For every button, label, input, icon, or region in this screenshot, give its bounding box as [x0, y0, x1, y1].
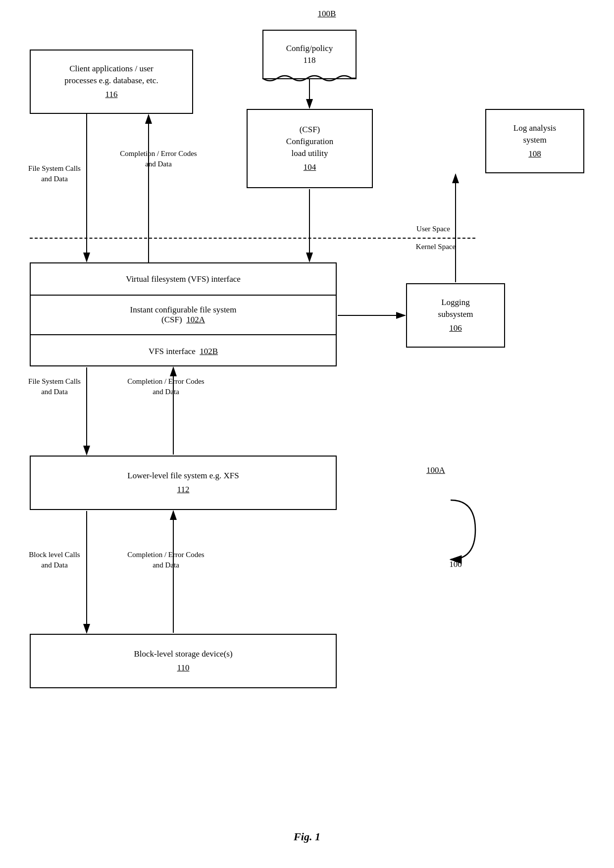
diagram-container: 100B Client applications / userprocesses… — [0, 0, 614, 868]
box-block-storage: Block-level storage device(s) 110 — [30, 634, 337, 688]
dashed-separator — [30, 238, 475, 239]
label-fs-calls-1: File System Callsand Data — [15, 163, 94, 184]
lower-fs-label: Lower-level file system e.g. XFS — [127, 470, 239, 482]
box-lower-fs: Lower-level file system e.g. XFS 112 — [30, 456, 337, 510]
box-client-app: Client applications / userprocesses e.g.… — [30, 50, 193, 114]
log-analysis-number: 108 — [528, 148, 541, 160]
fig-label: Fig. 1 — [218, 830, 396, 843]
label-100: 100 — [436, 560, 475, 569]
logging-label: Loggingsubsystem — [438, 297, 473, 320]
label-fs-calls-2: File System Callsand Data — [15, 376, 94, 397]
box-logging: Loggingsubsystem 106 — [406, 283, 505, 348]
box-vfs-csf-outer: Virtual filesystem (VFS) interface Insta… — [30, 262, 337, 366]
label-block-calls: Block level Callsand Data — [15, 550, 94, 570]
client-app-label: Client applications / userprocesses e.g.… — [64, 63, 158, 87]
vfs-interface-top: Virtual filesystem (VFS) interface — [31, 263, 336, 296]
block-storage-number: 110 — [177, 662, 190, 674]
label-completion-2: Completion / Error Codesand Data — [114, 376, 218, 397]
csf-config-label: (CSF)Configurationload utility — [286, 124, 333, 159]
label-completion-1: Completion / Error Codesand Data — [109, 149, 208, 169]
box-csf-config: (CSF)Configurationload utility 104 — [247, 109, 373, 188]
box-log-analysis: Log analysissystem 108 — [485, 109, 584, 173]
label-user-space: User Space — [401, 224, 465, 234]
logging-number: 106 — [449, 322, 462, 334]
client-app-number: 116 — [105, 89, 118, 101]
config-policy-label: Config/policy — [286, 44, 333, 53]
lower-fs-number: 112 — [177, 484, 190, 496]
csf-config-number: 104 — [304, 161, 316, 173]
block-storage-label: Block-level storage device(s) — [134, 648, 232, 660]
label-kernel-space: Kernel Space — [401, 242, 470, 252]
csf-middle: Instant configurable file system (CSF) 1… — [31, 296, 336, 335]
log-analysis-label: Log analysissystem — [513, 122, 556, 146]
label-100A: 100A — [406, 465, 465, 475]
config-policy-box: Config/policy 118 — [262, 30, 357, 79]
label-completion-3: Completion / Error Codesand Data — [114, 550, 218, 570]
vfs-interface-bottom: VFS interface 102B — [31, 335, 336, 367]
label-100B: 100B — [297, 9, 357, 19]
config-policy-number: 118 — [304, 55, 316, 65]
